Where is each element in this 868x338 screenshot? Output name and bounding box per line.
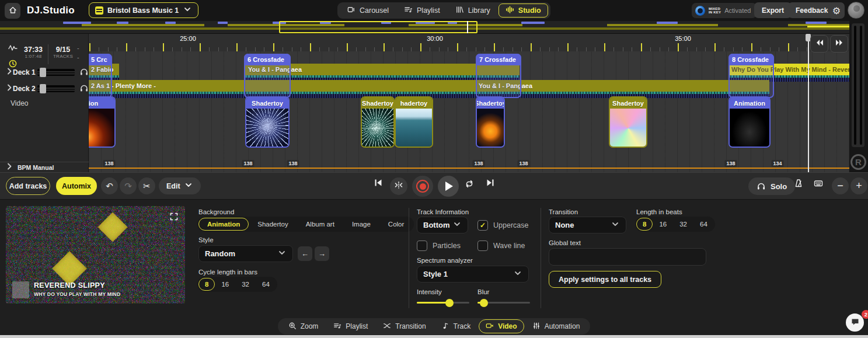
cycle-option-8[interactable]: 8: [198, 278, 215, 291]
transition-dropdown[interactable]: None: [549, 217, 626, 234]
headphones-icon[interactable]: [79, 67, 89, 78]
video-clip[interactable]: Shadertoy: [245, 96, 290, 148]
track-info-position-dropdown[interactable]: Bottom: [417, 217, 468, 234]
bottom-tab-automation[interactable]: Automation: [525, 319, 587, 333]
video-clip[interactable]: hadertoy: [395, 96, 433, 148]
solo-button[interactable]: Solo: [748, 177, 795, 195]
metronome-button[interactable]: [794, 179, 803, 190]
automation-icon: [532, 322, 541, 332]
deck-1-volume-knob[interactable]: [40, 68, 46, 77]
video-clip[interactable]: Animation: [728, 96, 771, 148]
mixed-in-key-badge[interactable]: MIXEDIN KEY Activated: [692, 3, 757, 18]
background-option-image[interactable]: Image: [343, 218, 379, 231]
video-clip[interactable]: Shadertoy: [609, 96, 647, 148]
skip-to-start-button[interactable]: [374, 178, 383, 190]
cycle-option-64[interactable]: 64: [256, 278, 276, 291]
fullscreen-icon[interactable]: [169, 212, 179, 224]
crossfade-region[interactable]: 7 Crossfade: [476, 54, 521, 98]
undo-button[interactable]: ↶: [101, 177, 118, 194]
tab-library[interactable]: Library: [448, 4, 497, 18]
shortcuts-button[interactable]: [814, 179, 823, 190]
overview-viewport[interactable]: [279, 21, 477, 33]
deck-2-volume-slider[interactable]: [37, 85, 75, 92]
deck-1-volume-slider[interactable]: [37, 69, 75, 76]
redo-button[interactable]: ↷: [120, 177, 137, 194]
tab-studio[interactable]: Studio: [499, 4, 548, 18]
overview-clip-marker: [218, 22, 228, 24]
avatar[interactable]: [848, 2, 864, 19]
tab-playlist[interactable]: Playlist: [397, 4, 447, 18]
timeline-tracks[interactable]: 2 FabioYou & I - PangaeaWhy Do You Play …: [89, 51, 849, 172]
mix-overview-strip[interactable]: [0, 21, 849, 34]
beats-option-32[interactable]: 32: [673, 218, 693, 231]
project-selector[interactable]: Bristol Bass Music 1: [89, 2, 198, 18]
beats-option-16[interactable]: 16: [653, 218, 673, 231]
video-preview[interactable]: REVEREND SLIPPY WHY DO YOU PLAY WITH MY …: [6, 206, 185, 304]
blur-knob[interactable]: [480, 299, 488, 307]
blur-slider[interactable]: [477, 302, 530, 304]
record-button[interactable]: [412, 176, 433, 197]
home-button[interactable]: [5, 3, 20, 19]
background-option-animation[interactable]: Animation: [198, 218, 249, 231]
crossfade-region[interactable]: 5 Crc: [89, 54, 112, 98]
global-text-input[interactable]: [549, 248, 706, 266]
settings-button[interactable]: ⚙: [828, 2, 845, 19]
chevron-right-icon[interactable]: [5, 83, 11, 95]
bottom-tab-zoom[interactable]: Zoom: [281, 319, 326, 333]
zoom-out-button[interactable]: −: [832, 177, 849, 194]
auto-follow-button[interactable]: R: [850, 154, 866, 170]
jump-to-playhead-button[interactable]: [390, 177, 407, 195]
fast-forward-button[interactable]: [830, 35, 848, 53]
cycle-option-32[interactable]: 32: [235, 278, 256, 291]
tab-carousel[interactable]: Carousel: [340, 4, 396, 18]
video-clip[interactable]: Shadertoy: [361, 96, 395, 148]
add-tracks-button[interactable]: Add tracks: [6, 177, 50, 195]
beats-option-64[interactable]: 64: [693, 218, 714, 231]
chevron-right-icon[interactable]: [5, 67, 11, 78]
intensity-knob[interactable]: [445, 299, 454, 307]
play-button[interactable]: [438, 176, 459, 197]
particles-checkbox[interactable]: Particles: [417, 241, 461, 251]
apply-settings-button[interactable]: Apply settings to all tracks: [549, 271, 661, 288]
bottom-tab-playlist[interactable]: Playlist: [326, 319, 375, 333]
cut-button[interactable]: ✂: [138, 177, 155, 194]
style-prev-button[interactable]: ←: [298, 246, 312, 261]
crossfade-region[interactable]: 8 Crossfade: [728, 54, 774, 98]
zoom-in-button[interactable]: +: [850, 177, 867, 194]
deck-1-row: Deck 1: [0, 65, 89, 80]
video-clip[interactable]: Shadertoy: [476, 96, 505, 148]
vertical-scrollbar[interactable]: [852, 23, 864, 147]
loop-button[interactable]: [465, 179, 474, 191]
beats-option-8[interactable]: 8: [636, 218, 653, 231]
video-clip[interactable]: ation: [89, 96, 116, 148]
spectrum-dropdown[interactable]: Style 1: [417, 266, 529, 283]
divider: [541, 208, 541, 308]
background-option-color[interactable]: Color: [379, 218, 413, 231]
headphones-icon[interactable]: [79, 83, 89, 95]
bottom-tab-video[interactable]: Video: [479, 319, 524, 333]
playhead[interactable]: [808, 34, 809, 172]
wave-line-checkbox[interactable]: Wave line: [477, 241, 525, 251]
chat-button[interactable]: [846, 313, 864, 332]
bottom-tab-transition[interactable]: Transition: [376, 319, 433, 333]
automix-button[interactable]: Automix: [56, 177, 97, 195]
cycle-option-16[interactable]: 16: [215, 278, 235, 291]
intensity-slider[interactable]: [417, 302, 469, 304]
skip-to-end-button[interactable]: [486, 178, 495, 190]
style-dropdown[interactable]: Random: [198, 245, 293, 262]
style-next-button[interactable]: →: [315, 246, 329, 261]
crossfade-region[interactable]: 6 Crossfade: [244, 54, 291, 98]
audio-clip[interactable]: 2 As 1 - Plenty More -: [89, 80, 520, 92]
bpm-automation-line[interactable]: [89, 168, 849, 169]
deck-2-volume-knob[interactable]: [40, 84, 46, 93]
rewind-button[interactable]: [810, 35, 828, 53]
bpm-manual-row[interactable]: BPM Manual: [0, 162, 89, 172]
background-option-shadertoy[interactable]: Shadertoy: [249, 218, 297, 231]
uppercase-checkbox[interactable]: ✓ Uppercase: [477, 220, 528, 231]
bottom-tab-track[interactable]: Track: [434, 319, 478, 333]
overview-clip-marker: [63, 22, 91, 24]
background-option-album-art[interactable]: Album art: [297, 218, 343, 231]
edit-menu[interactable]: Edit: [159, 177, 201, 194]
export-button[interactable]: Export: [754, 2, 792, 18]
time-ruler[interactable]: 25:0030:0035:00: [89, 34, 849, 51]
